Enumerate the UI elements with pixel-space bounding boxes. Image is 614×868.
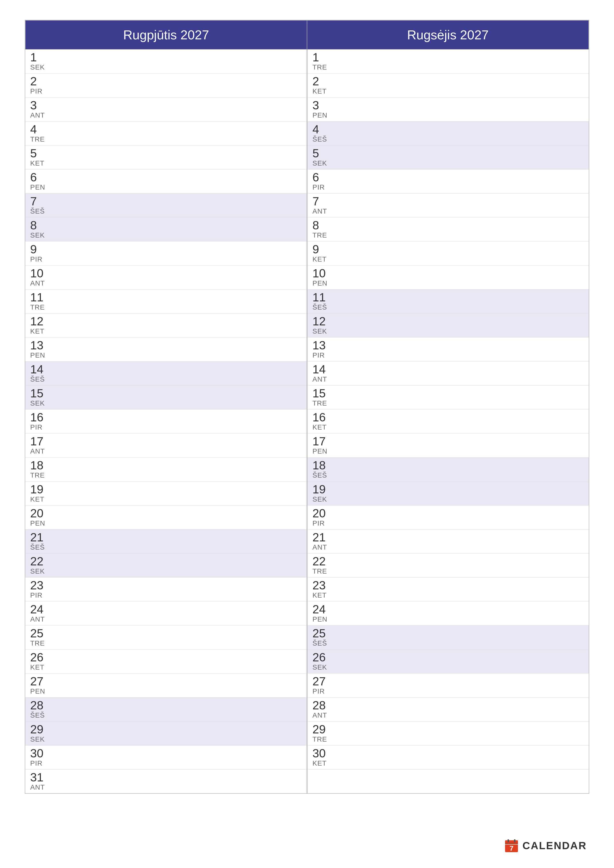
month-header-august: Rugpjūtis 2027 [25,20,307,50]
day-info: 5 KET [30,147,50,167]
day-name: KET [312,255,332,263]
day-row: 16 PIR [25,409,306,434]
day-info: 26 KET [30,651,50,671]
day-row: 15 SEK [25,386,306,409]
page: Rugpjūtis 2027 Rugsėjis 2027 1 SEK 2 PIR… [0,0,614,868]
day-number: 10 [30,268,50,279]
day-number: 15 [312,388,332,399]
day-number: 14 [30,363,50,375]
september-column: 1 TRE 2 KET 3 PEN 4 ŠEŠ 5 SEK [308,50,589,793]
day-row: 18 ŠEŠ [308,457,589,482]
day-name: ANT [312,375,332,383]
day-info: 6 PIR [312,172,332,191]
calendar-logo-icon: 7 [504,838,519,853]
day-number: 5 [30,147,50,160]
day-number: 8 [312,220,332,231]
day-name: TRE [312,567,332,575]
day-row: 21 ANT [308,530,589,553]
day-number: 15 [30,388,50,399]
day-row: 23 PIR [25,578,306,601]
day-info: 25 ŠEŠ [312,628,332,647]
day-info: 23 PIR [30,580,50,599]
day-number: 30 [312,747,332,760]
day-info: 30 KET [312,747,332,767]
day-row: 18 TRE [25,457,306,482]
day-info: 27 PIR [312,676,332,695]
day-name: PIR [30,423,50,431]
day-info: 14 ŠEŠ [30,363,50,383]
day-name: PIR [312,687,332,695]
day-number: 6 [312,172,332,183]
day-info: 12 SEK [312,315,332,335]
header-row: Rugpjūtis 2027 Rugsėjis 2027 [25,20,589,50]
day-number: 27 [312,676,332,687]
day-info: 5 SEK [312,147,332,167]
day-number: 26 [30,651,50,663]
day-info: 17 ANT [30,436,50,455]
day-number: 4 [312,124,332,135]
day-number: 11 [312,291,332,303]
day-name: ANT [30,447,50,455]
day-info: 7 ANT [312,195,332,215]
day-row: 13 PEN [25,338,306,361]
day-info: 24 PEN [312,603,332,623]
day-name: TRE [30,303,50,311]
day-info: 4 TRE [30,124,50,143]
day-row: 4 TRE [25,121,306,146]
day-number: 24 [30,603,50,615]
day-row: 17 ANT [25,434,306,457]
day-number: 20 [30,507,50,519]
day-number: 13 [30,339,50,351]
day-info: 18 TRE [30,459,50,479]
day-row: 4 ŠEŠ [308,121,589,146]
day-info: 11 ŠEŠ [312,291,332,311]
day-number: 20 [312,507,332,519]
day-info: 1 SEK [30,51,50,71]
day-row: 3 PEN [308,98,589,121]
day-info: 15 SEK [30,388,50,407]
day-row: 14 ANT [308,361,589,386]
day-number: 6 [30,172,50,183]
day-info: 21 ANT [312,532,332,551]
day-row: 9 KET [308,242,589,265]
day-number: 16 [30,411,50,423]
day-info: 8 TRE [312,220,332,239]
day-info: 3 PEN [312,99,332,119]
day-row: 5 KET [25,146,306,169]
day-info: 8 SEK [30,220,50,239]
day-name: KET [30,160,50,167]
day-number: 25 [312,628,332,639]
day-info: 31 ANT [30,772,50,791]
day-info: 29 TRE [312,724,332,743]
day-row: 17 PEN [308,434,589,457]
day-number: 28 [312,699,332,711]
day-name: PEN [312,279,332,287]
day-name: SEK [30,567,50,575]
logo-text: CALENDAR [522,840,587,852]
day-row: 28 ŠEŠ [25,698,306,722]
day-row: 20 PEN [25,505,306,530]
day-info: 24 ANT [30,603,50,623]
day-info: 29 SEK [30,724,50,743]
month-title-september: Rugsėjis 2027 [407,28,489,42]
day-row: 8 TRE [308,217,589,242]
day-row: 10 PEN [308,265,589,290]
day-number: 7 [312,195,332,207]
day-name: PIR [312,519,332,527]
day-row: 5 SEK [308,146,589,169]
day-name: PIR [30,255,50,263]
month-header-september: Rugsėjis 2027 [307,20,589,50]
day-name: PEN [312,615,332,623]
day-row: 29 SEK [25,722,306,746]
day-name: PEN [30,351,50,359]
day-number: 23 [312,580,332,591]
day-row: 30 PIR [25,746,306,770]
day-row: 9 PIR [25,242,306,265]
day-row: 12 SEK [308,313,589,338]
day-number: 13 [312,339,332,351]
day-name: PEN [312,112,332,119]
day-name: PEN [30,687,50,695]
day-info: 23 KET [312,580,332,599]
day-name: ANT [312,207,332,215]
day-info: 22 SEK [30,555,50,575]
